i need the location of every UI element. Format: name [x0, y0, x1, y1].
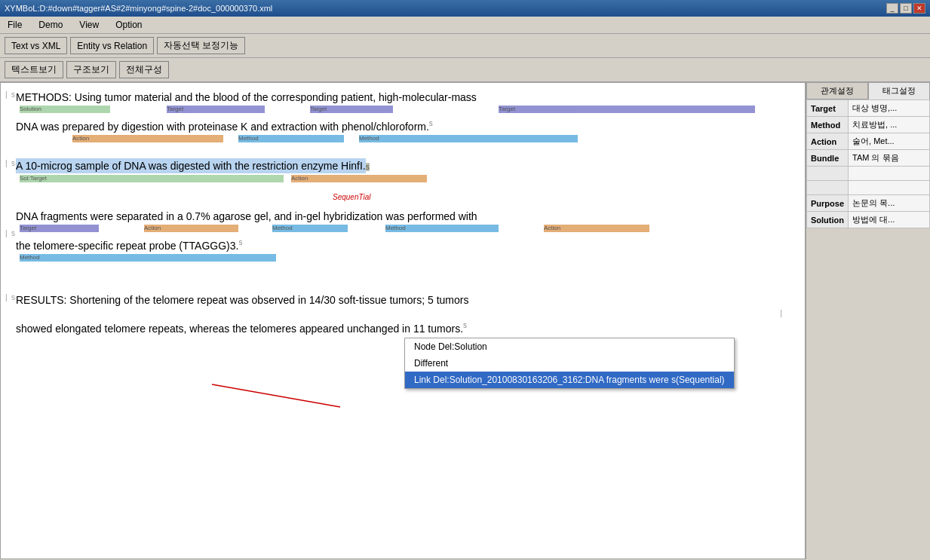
para1-tagrow1: Solution Target Target Target	[16, 106, 790, 116]
content-area[interactable]: | s METHODS: Using tumor material and th…	[0, 82, 806, 559]
para1-s-marker: s	[11, 90, 15, 99]
tag-value-bundle: TAM 의 묶음	[849, 150, 930, 167]
entity-vs-relation-button[interactable]: Entity vs Relation	[70, 37, 154, 54]
para4-tagrow1: |	[16, 309, 790, 320]
tag-key-bundle: Bundle	[807, 150, 849, 167]
para4-marker: |	[5, 293, 8, 301]
para1-s-end: s	[429, 119, 433, 127]
para2-text: A 10-microg sample of DNA was digested w…	[16, 158, 790, 174]
context-menu-item-1[interactable]: Different	[405, 355, 734, 372]
context-menu-item-0[interactable]: Node Del:Solution	[405, 338, 734, 355]
tag-target-3: Target	[499, 106, 755, 113]
para3-tagrow2: Method	[16, 254, 790, 265]
para1-marker: |	[5, 90, 8, 99]
main-container: | s METHODS: Using tumor material and th…	[0, 82, 930, 559]
tag-key-target: Target	[807, 100, 849, 117]
tag-row-bundle: Bundle TAM 의 묶음	[807, 150, 930, 167]
para4-s-marker: s	[11, 293, 15, 301]
para2-tagrow: Sol:Target Action	[16, 175, 790, 185]
maximize-button[interactable]: □	[900, 3, 912, 14]
tag-value-solution: 방법에 대...	[849, 212, 930, 228]
context-menu-item-2[interactable]: Link Del:Solution_20100830163206_3162:DN…	[405, 372, 734, 388]
tag-row-target: Target 대상 병명,...	[807, 100, 930, 117]
para4-text2: showed elongated telomere repeats, where…	[16, 320, 790, 337]
sub-toolbar: 텍스트보기 구조보기 전체구성	[0, 58, 930, 82]
tag-target-2: Target	[310, 106, 393, 113]
para3-tagrow1: Target Action Method Method Action	[16, 225, 790, 235]
para4-s-end: s	[463, 321, 467, 329]
menu-view[interactable]: View	[75, 18, 103, 32]
tag-value-empty2	[849, 181, 930, 195]
tag-row-empty2	[807, 181, 930, 195]
menu-file[interactable]: File	[3, 18, 26, 32]
tag-method-2: Method	[359, 135, 578, 142]
tag-action-4: Action	[544, 225, 649, 232]
tag-key-method: Method	[807, 117, 849, 133]
tag-value-empty1	[849, 167, 930, 181]
menu-bar: File Demo View Option	[0, 17, 930, 34]
para1-text2: DNA was prepared by digestion with prote…	[16, 118, 790, 135]
tag-value-purpose: 논문의 목...	[849, 195, 930, 212]
close-button[interactable]: ✕	[913, 3, 925, 14]
para2-marker: |	[5, 159, 8, 167]
sequential-label: SequenTial	[333, 193, 371, 201]
para3-s-end: s	[238, 238, 242, 246]
para3-marker: |	[5, 229, 8, 237]
tag-row-solution: Solution 방법에 대...	[807, 212, 930, 228]
tab-relationship[interactable]: 관계설정	[806, 82, 868, 99]
tag-method-4: Method	[385, 225, 499, 232]
window-controls: _ □ ✕	[886, 3, 925, 14]
tab-tagsetting[interactable]: 태그설정	[868, 82, 930, 99]
tag-key-action: Action	[807, 133, 849, 150]
tag-key-purpose: Purpose	[807, 195, 849, 212]
tag-method-5: Method	[20, 254, 276, 262]
tag-row-empty1	[807, 167, 930, 181]
sequential-label-row: SequenTial	[16, 193, 790, 208]
tag-row-action: Action 술어, Met...	[807, 133, 930, 150]
menu-demo[interactable]: Demo	[34, 18, 67, 32]
tag-key-empty1	[807, 167, 849, 181]
text-view-button[interactable]: 텍스트보기	[5, 61, 63, 78]
para2-s-end: s	[366, 163, 370, 171]
para3-text1: DNA fragments were separated in a 0.7% a…	[16, 208, 790, 225]
para1-text1: METHODS: Using tumor material and the bl…	[16, 89, 790, 106]
tag-action-3: Action	[144, 225, 238, 232]
tag-row-purpose: Purpose 논문의 목...	[807, 195, 930, 212]
para2-s-marker: s	[11, 159, 15, 167]
tag-soltarget-1: Sol:Target	[20, 175, 284, 182]
toolbar: Text vs XML Entity vs Relation 자동선택 보정기능	[0, 34, 930, 58]
full-view-button[interactable]: 전체구성	[119, 61, 169, 78]
tag-method-3: Method	[272, 225, 348, 232]
paragraph-3: | s SequenTial DNA fragments were separa…	[1, 191, 805, 265]
tag-value-method: 치료방법, ...	[849, 117, 930, 133]
tag-table: Target 대상 병명,... Method 치료방법, ... Action…	[806, 99, 930, 228]
tag-key-solution: Solution	[807, 212, 849, 228]
tag-solution-1: Solution	[20, 106, 110, 113]
tag-value-action: 술어, Met...	[849, 133, 930, 150]
tag-action-2: Action	[291, 175, 427, 182]
para2-highlighted-text: A 10-microg sample of DNA was digested w…	[16, 158, 366, 173]
context-menu[interactable]: Node Del:Solution Different Link Del:Sol…	[404, 338, 735, 389]
tag-action-1: Action	[72, 135, 223, 142]
tag-value-target: 대상 병명,...	[849, 100, 930, 117]
para1-tagrow2: Action Method Method	[16, 135, 790, 145]
paragraph-2: | s A 10-microg sample of DNA was digest…	[1, 151, 805, 185]
svg-line-0	[212, 384, 340, 407]
tag-target-1: Target	[167, 106, 265, 113]
text-vs-xml-button[interactable]: Text vs XML	[5, 37, 67, 54]
menu-option[interactable]: Option	[111, 18, 146, 32]
para3-s-marker: s	[11, 229, 15, 237]
tag-row-method: Method 치료방법, ...	[807, 117, 930, 133]
tag-target-4: Target	[20, 225, 99, 232]
minimize-button[interactable]: _	[886, 3, 898, 14]
para4-text1: RESULTS: Shortening of the telomere repe…	[16, 292, 790, 308]
spacer-1	[1, 271, 805, 286]
title-bar: XYMBoL:D:#down#tagger#AS#2#minyong#spine…	[0, 0, 930, 17]
structure-view-button[interactable]: 구조보기	[66, 61, 116, 78]
right-panel: 관계설정 태그설정 Target 대상 병명,... Method 치료방법, …	[806, 82, 930, 559]
tag-method-1: Method	[238, 135, 344, 142]
para3-text2: the telomere-specific repeat probe (TTAG…	[16, 237, 790, 254]
tag-key-empty2	[807, 181, 849, 195]
para4-line-marker: |	[780, 309, 782, 317]
auto-select-button[interactable]: 자동선택 보정기능	[157, 37, 245, 54]
